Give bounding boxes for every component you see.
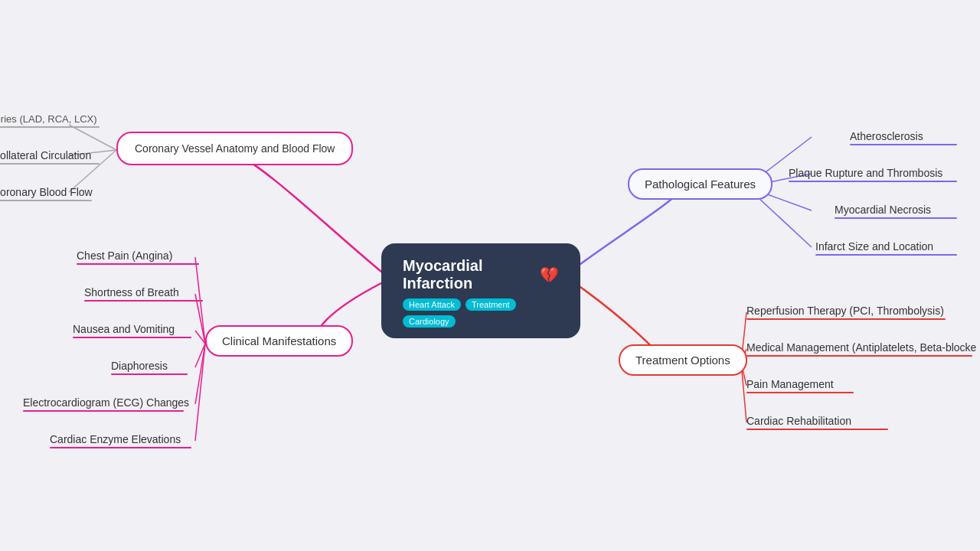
tag-cardiology[interactable]: Cardiology bbox=[403, 315, 456, 328]
pathological-features-node[interactable]: Pathological Features bbox=[628, 168, 773, 200]
nausea-leaf: Nausea and Vomiting bbox=[73, 323, 191, 338]
central-title: Myocardial Infarction 💔 bbox=[403, 257, 559, 292]
tag-heart-attack[interactable]: Heart Attack bbox=[403, 298, 461, 311]
shortness-breath-leaf: Shortness of Breath bbox=[84, 286, 203, 302]
diaphoresis-leaf: Diaphoresis bbox=[111, 360, 188, 375]
bloodflow-leaf: Coronary Blood Flow bbox=[0, 186, 93, 201]
svg-line-9 bbox=[195, 331, 205, 344]
central-tags: Heart Attack Treatment Cardiology bbox=[403, 298, 559, 328]
necrosis-leaf: Myocardial Necrosis bbox=[835, 204, 957, 219]
svg-line-10 bbox=[195, 344, 205, 367]
reperfusion-leaf: Reperfusion Therapy (PCI, Thrombolysis) bbox=[746, 305, 946, 320]
coronary-label: Coronary Vessel Anatomy and Blood Flow bbox=[135, 142, 335, 155]
ecg-changes-leaf: Electrocardiogram (ECG) Changes bbox=[23, 396, 189, 412]
svg-line-12 bbox=[195, 344, 205, 441]
medical-management-leaf: Medical Management (Antiplatelets, Beta-… bbox=[746, 341, 976, 357]
treatment-options-node[interactable]: Treatment Options bbox=[619, 344, 747, 376]
enzyme-elevations-leaf: Cardiac Enzyme Elevations bbox=[50, 433, 191, 448]
atherosclerosis-leaf: Atherosclerosis bbox=[850, 130, 957, 145]
clinical-manifestations-node[interactable]: Clinical Manifestations bbox=[205, 325, 353, 357]
central-node: Myocardial Infarction 💔 Heart Attack Tre… bbox=[381, 243, 580, 338]
arteries-leaf: teries (LAD, RCA, LCX) bbox=[0, 113, 100, 128]
svg-line-0 bbox=[69, 125, 116, 150]
infarct-leaf: Infarct Size and Location bbox=[815, 240, 957, 256]
coronary-vessel-node[interactable]: Coronary Vessel Anatomy and Blood Flow bbox=[116, 132, 353, 165]
tag-treatment[interactable]: Treatment bbox=[466, 298, 516, 311]
central-emoji: 💔 bbox=[540, 266, 559, 284]
central-title-text: Myocardial Infarction bbox=[403, 257, 535, 292]
chest-pain-leaf: Chest Pain (Angina) bbox=[77, 249, 199, 265]
collateral-leaf: Collateral Circulation bbox=[0, 149, 100, 165]
pathological-label: Pathological Features bbox=[645, 178, 756, 191]
pain-management-leaf: Pain Management bbox=[746, 378, 854, 393]
treatment-label: Treatment Options bbox=[635, 354, 730, 367]
cardiac-rehab-leaf: Cardiac Rehabilitation bbox=[746, 415, 888, 430]
svg-line-11 bbox=[195, 344, 205, 404]
clinical-label: Clinical Manifestations bbox=[222, 334, 336, 347]
plaque-leaf: Plaque Rupture and Thrombosis bbox=[789, 167, 957, 182]
